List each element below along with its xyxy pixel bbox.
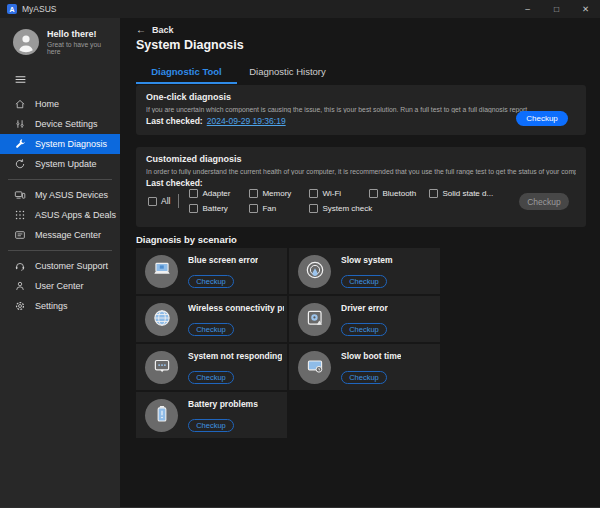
scenario-card: Slow boot time Checkup	[289, 344, 440, 390]
component-checkbox-area: All Adapter Battery	[148, 189, 496, 213]
sidebar-item-label: System Update	[35, 159, 97, 169]
scenario-card-title: Wireless connectivity pr...	[188, 303, 284, 313]
component-checkbox-item[interactable]: Wi-Fi	[309, 189, 369, 198]
sidebar-item[interactable]: My ASUS Devices	[0, 185, 120, 205]
devices-icon	[14, 189, 26, 201]
scenario-section-title: Diagnosis by scenario	[136, 234, 237, 245]
sidebar-item[interactable]: Settings	[0, 296, 120, 316]
window-title: MyASUS	[22, 4, 56, 14]
scenario-card-title: Slow system	[341, 255, 393, 265]
sidebar-item[interactable]: System Diagnosis	[0, 134, 120, 154]
checkbox-column: Adapter Battery	[189, 189, 249, 213]
scenario-checkup-button[interactable]: Checkup	[188, 419, 234, 432]
sidebar-nav: Home Device Settings System Diagnosis Sy…	[0, 94, 120, 316]
bluescreen-icon	[151, 259, 173, 285]
checkbox-column: Wi-Fi System check	[309, 189, 369, 213]
component-checkbox-item[interactable]: Bluetooth	[369, 189, 429, 198]
component-checkbox-label: System check	[322, 204, 372, 213]
last-checked-link[interactable]: 2024-09-29 19:36:19	[207, 116, 286, 126]
customized-title: Customized diagnosis	[146, 154, 586, 164]
sidebar-item-label: Settings	[35, 301, 68, 311]
component-checkbox-item[interactable]: System check	[309, 204, 369, 213]
sidebar-item[interactable]: Customer Support	[0, 256, 120, 276]
scenario-card: Driver error Checkup	[289, 296, 440, 342]
customized-checkup-button[interactable]: Checkup	[519, 193, 569, 210]
sidebar-item[interactable]: Device Settings	[0, 114, 120, 134]
apps-icon	[14, 209, 26, 221]
component-checkbox-item[interactable]: Memory	[249, 189, 309, 198]
component-checkbox[interactable]	[249, 189, 258, 198]
back-label: Back	[152, 25, 174, 35]
scenario-icon-circle	[145, 303, 178, 336]
close-button[interactable]: ✕	[571, 0, 600, 18]
profile[interactable]: Hello there! Great to have you here	[0, 18, 120, 55]
one-click-diagnosis-card: One-click diagnosis If you are uncertain…	[136, 85, 586, 135]
sidebar-item[interactable]: Home	[0, 94, 120, 114]
component-checkbox[interactable]	[309, 189, 318, 198]
greeting-title: Hello there!	[47, 29, 112, 39]
scenario-card: Slow system Checkup	[289, 248, 440, 294]
component-checkbox[interactable]	[249, 204, 258, 213]
one-click-last-checked: Last checked:2024-09-29 19:36:19	[146, 116, 286, 126]
scenario-checkup-button[interactable]: Checkup	[341, 323, 387, 336]
support-icon	[14, 260, 26, 272]
scenario-card: Wireless connectivity pr... Checkup	[136, 296, 287, 342]
component-checkbox-label: Memory	[262, 189, 291, 198]
myasus-window: A MyASUS – □ ✕ Hello there! Great to hav…	[0, 0, 600, 508]
system-diagnosis-icon	[14, 138, 26, 150]
greeting-subtitle: Great to have you here	[47, 41, 112, 55]
sidebar-item[interactable]: User Center	[0, 276, 120, 296]
all-checkbox-label: All	[161, 196, 170, 206]
sidebar-divider	[8, 179, 112, 180]
sidebar-item-label: Home	[35, 99, 59, 109]
tab[interactable]: Diagnostic History	[237, 62, 338, 84]
all-checkbox[interactable]	[148, 197, 157, 206]
scenario-grid: Blue screen error Checkup Slow system Ch…	[136, 248, 440, 438]
component-checkbox[interactable]	[309, 204, 318, 213]
component-checkbox[interactable]	[369, 189, 378, 198]
component-checkbox[interactable]	[189, 204, 198, 213]
component-checkbox-item[interactable]: Battery	[189, 204, 249, 213]
component-checkbox-item[interactable]: Adapter	[189, 189, 249, 198]
one-click-description: If you are uncertain which component is …	[146, 106, 576, 113]
minimize-button[interactable]: –	[513, 0, 542, 18]
component-checkbox-item[interactable]: Solid state d...	[429, 189, 489, 198]
user-icon	[14, 280, 26, 292]
scenario-checkup-button[interactable]: Checkup	[188, 371, 234, 384]
scenario-checkup-button[interactable]: Checkup	[341, 371, 387, 384]
tab[interactable]: Diagnostic Tool	[136, 62, 237, 84]
sidebar-item-label: Device Settings	[35, 119, 98, 129]
one-click-checkup-button[interactable]: Checkup	[516, 111, 568, 126]
sidebar-item[interactable]: System Update	[0, 154, 120, 174]
component-checkbox-item[interactable]: Fan	[249, 204, 309, 213]
last-checked-label: Last checked:	[146, 116, 203, 126]
component-checkbox-label: Wi-Fi	[322, 189, 341, 198]
component-checkbox[interactable]	[429, 189, 438, 198]
main-content: ← Back System Diagnosis Diagnostic Tool …	[120, 18, 600, 507]
maximize-button[interactable]: □	[542, 0, 571, 18]
wireless-icon	[151, 307, 173, 333]
component-checkbox[interactable]	[189, 189, 198, 198]
scenario-checkup-button[interactable]: Checkup	[188, 323, 234, 336]
slow-boot-icon	[304, 355, 326, 381]
page-title: System Diagnosis	[136, 38, 244, 52]
scenario-checkup-button[interactable]: Checkup	[188, 275, 234, 288]
tab-label: Diagnostic Tool	[151, 66, 222, 77]
sidebar-divider	[8, 250, 112, 251]
device-settings-icon	[14, 118, 26, 130]
sidebar-item[interactable]: ASUS Apps & Deals	[0, 205, 120, 225]
sidebar-item-label: Message Center	[35, 230, 101, 240]
back-button[interactable]: ← Back	[136, 24, 174, 35]
customized-description: In order to fully understand the current…	[146, 168, 576, 175]
all-checkbox-item[interactable]: All	[148, 196, 170, 206]
checkbox-divider	[178, 194, 179, 208]
sidebar-item[interactable]: Message Center	[0, 225, 120, 245]
app-logo-icon: A	[7, 4, 17, 14]
menu-toggle-icon[interactable]	[14, 72, 27, 85]
sidebar-item-label: User Center	[35, 281, 84, 291]
scenario-checkup-button[interactable]: Checkup	[341, 275, 387, 288]
driver-error-icon	[304, 307, 326, 333]
component-checkbox-label: Battery	[202, 204, 227, 213]
titlebar: A MyASUS – □ ✕	[0, 0, 600, 18]
system-update-icon	[14, 158, 26, 170]
